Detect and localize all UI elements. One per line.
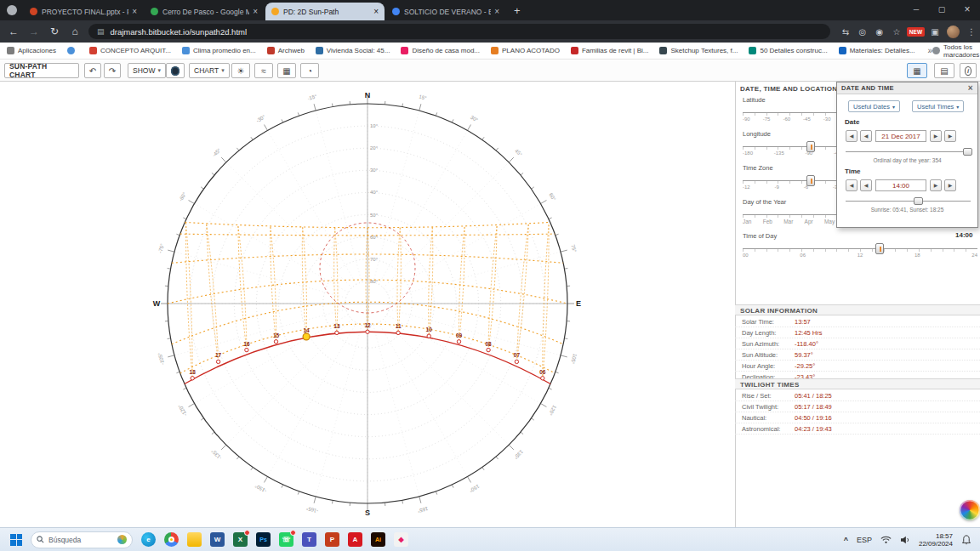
taskbar-icon-excel[interactable]: X: [233, 532, 248, 547]
curve-display-button[interactable]: [254, 63, 273, 78]
time-input[interactable]: 14:00: [875, 179, 926, 191]
tray-chevron-icon[interactable]: ^: [844, 536, 848, 544]
language-indicator[interactable]: ESP: [857, 536, 872, 544]
forward-button[interactable]: [24, 26, 44, 37]
browser-tab[interactable]: SOLTICIO DE VERANO - Busca...×: [386, 3, 505, 20]
browser-tab[interactable]: PD: 2D Sun-Path×: [265, 3, 385, 20]
bookmark-item[interactable]: Aplicaciones: [7, 47, 56, 54]
tab-close-icon[interactable]: ×: [253, 8, 258, 16]
reading-mode-icon[interactable]: [871, 27, 888, 37]
bookmarks-folder-icon: [932, 47, 940, 54]
bookmark-item[interactable]: PLANO ACOTADO: [491, 47, 560, 54]
date-input[interactable]: 21 Dec 2017: [875, 130, 926, 142]
show-dropdown[interactable]: SHOW: [128, 63, 166, 78]
tray-clock[interactable]: 18:57 22/09/2024: [919, 532, 953, 548]
windows-taskbar: Búsqueda eWXPs☏TPAAi◆ ^ ESP 18:57 22/09/…: [0, 527, 980, 551]
bookmark-item[interactable]: 50 Detalles construc...: [749, 47, 827, 54]
home-button[interactable]: [65, 26, 85, 37]
volume-icon[interactable]: [900, 536, 910, 544]
taskbar-icon-edge[interactable]: e: [141, 532, 156, 547]
taskbar-icon-acrobat[interactable]: A: [348, 532, 362, 547]
taskbar-icon-photoshop[interactable]: Ps: [256, 532, 271, 547]
taskbar-search[interactable]: Búsqueda: [31, 531, 133, 548]
reload-button[interactable]: [44, 26, 65, 37]
browser-tab[interactable]: PROYECTO FINAL.pptx - Presen...×: [24, 3, 143, 20]
globe-fab-icon[interactable]: [960, 500, 980, 520]
date-last-button[interactable]: [944, 130, 956, 142]
tab-close-icon[interactable]: ×: [132, 8, 137, 16]
minimize-button[interactable]: [903, 0, 929, 19]
time-slider-handle[interactable]: [914, 197, 923, 205]
globe-button[interactable]: [166, 63, 185, 78]
chart-dropdown[interactable]: CHART: [189, 63, 230, 78]
time-last-button[interactable]: [944, 179, 956, 191]
datetime-panel-button[interactable]: [907, 63, 927, 78]
sun-display-button[interactable]: [231, 63, 250, 78]
taskbar-icon-chrome[interactable]: [164, 532, 179, 547]
tab-close-icon[interactable]: ×: [373, 8, 379, 16]
popup-close-icon[interactable]: ×: [968, 84, 973, 93]
redo-button[interactable]: [104, 63, 121, 78]
time-prev-button[interactable]: [860, 179, 872, 191]
zoom-icon[interactable]: [854, 27, 871, 37]
taskbar-icon-illustrator[interactable]: Ai: [371, 532, 385, 547]
hour-label: 11: [396, 323, 402, 329]
taskbar-icon-whatsapp[interactable]: ☏: [279, 532, 293, 547]
maximize-button[interactable]: [929, 0, 954, 19]
close-button[interactable]: [954, 0, 980, 19]
site-info-icon[interactable]: [97, 27, 105, 36]
azimuth-label: -135°: [210, 448, 223, 461]
browser-tab[interactable]: Cerro De Pasco - Google Maps×: [145, 3, 264, 20]
taskbar-icon-teams[interactable]: T: [302, 532, 316, 547]
date-first-button[interactable]: [846, 130, 858, 142]
profile-avatar[interactable]: [947, 26, 960, 38]
panels-button[interactable]: [934, 63, 954, 78]
bookmark-item[interactable]: Archweb: [267, 47, 305, 54]
tab-close-icon[interactable]: ×: [494, 8, 499, 16]
time-of-day-slider[interactable]: [743, 248, 977, 249]
sun-path-chart[interactable]: 15°30°45°60°75°105°120°135°150°165°-165°…: [0, 82, 735, 527]
info-button[interactable]: i: [960, 63, 977, 78]
useful-dates-button[interactable]: Useful Dates: [848, 100, 900, 112]
new-tab-button[interactable]: +: [514, 4, 521, 17]
bookmark-label: Familias de revit | Bi...: [582, 47, 649, 54]
extensions-icon[interactable]: [926, 27, 943, 37]
sun-marker[interactable]: [303, 333, 310, 340]
date-slider-handle[interactable]: [963, 148, 972, 156]
bookmark-item[interactable]: CONCEPTO ARQUIT...: [89, 47, 171, 54]
bookmark-item[interactable]: Familias de revit | Bi...: [571, 47, 649, 54]
browser-menu-icon[interactable]: [963, 27, 980, 37]
clock-display-button[interactable]: [300, 63, 319, 78]
bookmark-item[interactable]: Clima promedio en...: [182, 47, 256, 54]
app-title-button[interactable]: SUN-PATH CHART: [4, 63, 79, 78]
bookmark-item[interactable]: Sketchup Textures, f...: [659, 47, 738, 54]
start-button[interactable]: [10, 534, 22, 546]
back-button[interactable]: [3, 26, 24, 37]
bookmark-item[interactable]: Diseño de casa mod...: [401, 47, 480, 54]
taskbar-icon-word[interactable]: W: [210, 532, 225, 547]
translate-icon[interactable]: [837, 27, 854, 37]
all-bookmarks[interactable]: Todos los marcadores: [932, 43, 979, 59]
date-slider[interactable]: [846, 151, 971, 152]
tab-search-icon[interactable]: [7, 5, 17, 15]
undo-button[interactable]: [84, 63, 101, 78]
useful-times-button[interactable]: Useful Times: [912, 100, 964, 112]
time-first-button[interactable]: [846, 179, 858, 191]
date-next-button[interactable]: [930, 130, 942, 142]
azimuth-tick: [564, 268, 567, 269]
bookmark-item[interactable]: [67, 47, 78, 54]
bookmark-star-icon[interactable]: [888, 27, 905, 37]
date-prev-button[interactable]: [860, 130, 872, 142]
time-next-button[interactable]: [930, 179, 942, 191]
wifi-icon[interactable]: [880, 536, 892, 544]
hour-marker: [457, 340, 460, 344]
bookmark-item[interactable]: Vivienda Social: 45...: [316, 47, 390, 54]
taskbar-icon-powerpoint[interactable]: P: [325, 532, 339, 547]
taskbar-icon-photos[interactable]: ◆: [394, 532, 408, 547]
notification-bell-icon[interactable]: [961, 535, 971, 545]
taskbar-icon-file-explorer[interactable]: [187, 532, 202, 547]
address-bar[interactable]: drajmarsh.bitbucket.io/sunpath2d.html: [88, 24, 830, 39]
grid-display-button[interactable]: [277, 63, 296, 78]
bookmark-item[interactable]: Materiales: Detalles...: [839, 47, 915, 54]
time-slider[interactable]: [846, 201, 971, 202]
